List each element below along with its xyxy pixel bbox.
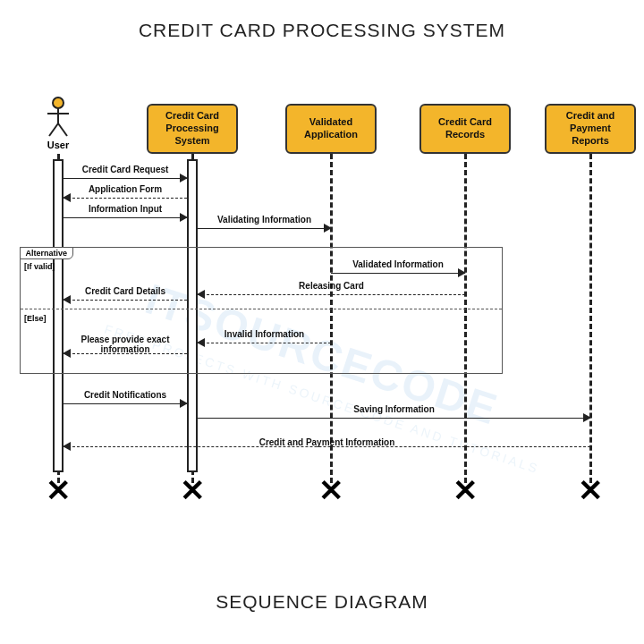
alt-divider <box>21 309 502 309</box>
message-arrow: Credit Card Request <box>64 172 187 184</box>
alt-guard-if: [If valid] <box>24 262 55 271</box>
message-label: Please provide exact information <box>64 335 187 354</box>
message-arrow: Validated Information <box>331 267 465 279</box>
message-label: Credit Card Request <box>64 165 187 174</box>
participant-records: Credit Card Records <box>419 104 511 154</box>
message-arrow: Releasing Card <box>198 288 465 301</box>
message-label: Saving Information <box>198 404 590 414</box>
message-label: Validating Information <box>198 215 331 225</box>
actor-label: User <box>40 140 76 150</box>
message-arrow: Please provide exact information <box>64 347 187 360</box>
message-arrow: Saving Information <box>198 411 590 424</box>
destroy-marker: ✕ <box>180 475 205 505</box>
message-arrow: Credit and Payment Information <box>64 440 590 453</box>
message-label: Credit Card Details <box>64 286 187 296</box>
message-arrow: Information Input <box>64 211 187 224</box>
diagram-canvas: User Credit Card Processing System Valid… <box>0 89 644 537</box>
message-label: Credit and Payment Information <box>64 437 590 447</box>
message-label: Validated Information <box>331 259 465 269</box>
message-label: Invalid Information <box>198 329 331 339</box>
message-arrow: Validating Information <box>198 222 331 234</box>
message-label: Releasing Card <box>198 281 465 291</box>
participant-validated: Validated Application <box>285 104 377 154</box>
alt-guard-else: [Else] <box>24 314 47 323</box>
message-arrow: Credit Notifications <box>64 397 187 410</box>
participant-reports: Credit and Payment Reports <box>545 104 636 154</box>
message-label: Application Form <box>64 184 187 194</box>
destroy-marker: ✕ <box>318 475 343 505</box>
page-subtitle: SEQUENCE DIAGRAM <box>0 591 644 613</box>
message-arrow: Credit Card Details <box>64 293 187 306</box>
svg-line-4 <box>58 123 67 136</box>
svg-line-3 <box>49 123 58 136</box>
message-arrow: Invalid Information <box>198 336 331 349</box>
destroy-marker: ✕ <box>453 475 478 505</box>
lifeline <box>589 154 592 483</box>
alt-operator-label: Alternative <box>20 247 74 259</box>
svg-point-0 <box>53 97 64 108</box>
destroy-marker: ✕ <box>46 475 71 505</box>
destroy-marker: ✕ <box>578 475 603 505</box>
message-label: Information Input <box>64 204 187 214</box>
actor-icon <box>45 97 72 138</box>
participant-system: Credit Card Processing System <box>147 104 238 154</box>
page-title: CREDIT CARD PROCESSING SYSTEM <box>0 0 644 41</box>
message-label: Credit Notifications <box>64 390 187 400</box>
actor-user: User <box>40 97 76 150</box>
message-arrow: Application Form <box>64 191 187 204</box>
